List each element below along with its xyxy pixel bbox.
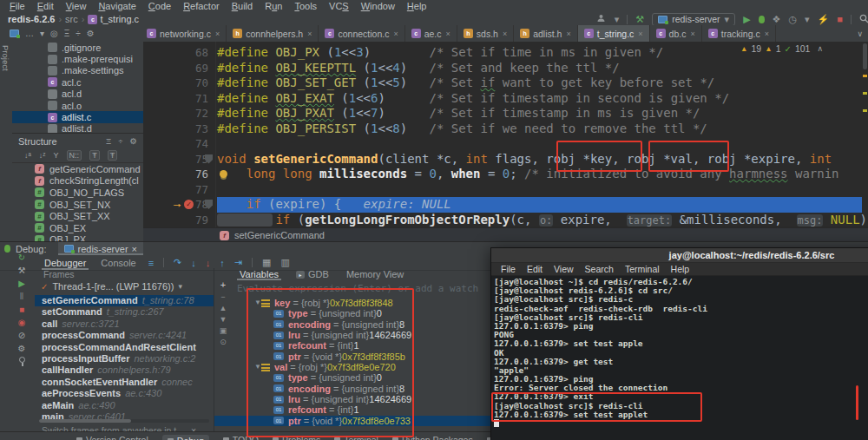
resume-icon[interactable]: ▶ bbox=[18, 279, 25, 288]
terminal-menu-terminal[interactable]: Terminal bbox=[625, 264, 660, 274]
view-breakpoints-icon[interactable]: ◉ bbox=[18, 318, 26, 327]
editor-tab-tracking.c[interactable]: ctracking.c× bbox=[702, 25, 776, 42]
statusbar-item-version-control[interactable]: Version Control bbox=[76, 435, 148, 440]
prev-problem-chevron-icon[interactable]: ∧ bbox=[817, 44, 823, 53]
menu-item-edit[interactable]: Edit bbox=[31, 0, 60, 13]
terminal-menu-view[interactable]: View bbox=[554, 264, 574, 274]
structure-item-getGenericCommand[interactable]: fgetGenericCommand bbox=[12, 163, 143, 175]
gutter-line-number[interactable]: 70 bbox=[143, 76, 208, 91]
frame-row[interactable]: processCommandAndResetClient bbox=[35, 342, 214, 353]
structure-item-OBJ_EX[interactable]: #OBJ_EX bbox=[12, 222, 143, 234]
editor-tab-connection.c[interactable]: cconnection.c× bbox=[319, 25, 404, 42]
menu-item-help[interactable]: Help bbox=[401, 0, 433, 13]
frames-scrollbar[interactable] bbox=[39, 419, 209, 423]
step-out-icon[interactable]: ↑ bbox=[220, 258, 225, 268]
collapse-all-icon[interactable]: Ξ bbox=[64, 29, 70, 38]
hidden-tabs-chevron-icon[interactable]: ∨ bbox=[857, 30, 868, 38]
menu-item-refactor[interactable]: Refactor bbox=[177, 0, 226, 13]
statusbar-item-debug[interactable]: Debug bbox=[162, 435, 209, 440]
project-tree-item-acl.o[interactable]: acl.o bbox=[12, 100, 143, 111]
menu-item-run[interactable]: Run bbox=[259, 0, 288, 13]
gutter-line-number[interactable]: 75 bbox=[143, 152, 208, 167]
menu-item-navigate[interactable]: Navigate bbox=[92, 0, 141, 13]
force-step-into-icon[interactable]: ↓ bbox=[206, 258, 211, 268]
structure-item-OBJ_SET_NX[interactable]: #OBJ_SET_NX bbox=[12, 199, 143, 211]
layout-settings-icon[interactable]: ▥ bbox=[280, 257, 289, 268]
tab-gdb[interactable]: ▸ GDB bbox=[293, 268, 332, 280]
statusbar-item-todo[interactable]: TODO bbox=[223, 435, 259, 440]
sort-visibility-icon[interactable]: ↓ᶻ bbox=[39, 151, 46, 160]
frame-row[interactable]: connSocketEventHandlerconnec bbox=[35, 377, 214, 388]
menu-item-window[interactable]: Window bbox=[355, 0, 401, 13]
tab-close-icon[interactable]: × bbox=[638, 30, 642, 38]
build-hammer-icon[interactable]: ⚒ bbox=[635, 14, 644, 24]
statusbar-item-terminal[interactable]: Terminal bbox=[334, 435, 378, 440]
evaluate-expression-icon[interactable]: ▦ bbox=[262, 257, 271, 268]
tab-close-icon[interactable]: × bbox=[690, 30, 694, 38]
frame-row[interactable]: processInputBuffernetworking.c:2 bbox=[35, 353, 214, 364]
editor-tab-ae.c[interactable]: cae.c× bbox=[405, 25, 457, 42]
step-into-icon[interactable]: ↓ bbox=[191, 258, 196, 268]
editor-tab-db.c[interactable]: cdb.c× bbox=[650, 25, 702, 42]
editor-tab-networking.c[interactable]: cnetworking.c× bbox=[141, 25, 227, 42]
debug-button[interactable] bbox=[759, 16, 765, 23]
structure-item-checkStringLength(cl[interactable]: fcheckStringLength(cl bbox=[12, 175, 143, 187]
terminal-menu-file[interactable]: File bbox=[501, 264, 516, 274]
intention-bulb-icon[interactable] bbox=[220, 170, 227, 178]
run-config-selector[interactable]: redis-server ▾ bbox=[652, 13, 735, 26]
terminal-menu-search[interactable]: Search bbox=[585, 264, 614, 274]
project-tree-item-.make-settings[interactable]: .make-settings bbox=[12, 65, 143, 76]
frame-row[interactable]: callHandlerconnhelpers.h:79 bbox=[35, 364, 214, 376]
gutter-line-number[interactable]: 72 bbox=[143, 106, 208, 121]
coverage-icon[interactable]: ❖ bbox=[773, 14, 781, 24]
scrollbar-thumb[interactable] bbox=[863, 43, 867, 69]
tab-close-icon[interactable]: × bbox=[765, 30, 769, 38]
tab-close-icon[interactable]: × bbox=[393, 30, 398, 38]
menu-item-build[interactable]: Build bbox=[226, 0, 259, 13]
breadcrumb-dir[interactable]: src bbox=[65, 14, 78, 24]
panel-settings-icon[interactable]: ⚙ bbox=[87, 29, 95, 38]
gutter-line-number[interactable]: 69 bbox=[143, 61, 208, 76]
collapse-all-icon[interactable]: Ξ bbox=[106, 136, 111, 146]
pause-icon[interactable]: Ⅱ bbox=[20, 292, 24, 301]
search-everywhere-icon[interactable] bbox=[859, 14, 868, 25]
mute-breakpoints-icon[interactable]: ⊘ bbox=[18, 331, 25, 340]
step-over-icon[interactable]: ↷ bbox=[174, 257, 181, 268]
tab-variables[interactable]: Variables bbox=[237, 268, 281, 280]
structure-item-OBJ_NO_FLAGS[interactable]: #OBJ_NO_FLAGS bbox=[12, 187, 143, 199]
menu-item-tools[interactable]: Tools bbox=[288, 0, 323, 13]
current-function[interactable]: setGenericCommand bbox=[234, 230, 325, 240]
editor-tab-t_string.c[interactable]: ct_string.c× bbox=[578, 25, 650, 42]
breadcrumb-project[interactable]: redis-6.2.6 bbox=[8, 14, 55, 24]
gutter-line-number[interactable]: 76 bbox=[143, 167, 208, 182]
menu-item-code[interactable]: Code bbox=[142, 0, 177, 13]
frame-row[interactable]: callserver.c:3721 bbox=[35, 319, 214, 330]
run-button[interactable]: ▶ bbox=[743, 14, 750, 24]
frame-row[interactable]: setCommandt_string.c:267 bbox=[35, 306, 214, 318]
profiler-icon[interactable]: ◷ bbox=[788, 14, 797, 24]
pin-top-icon[interactable]: Ŧ bbox=[89, 150, 100, 161]
terminal-window[interactable]: jay@localhost:~/redis/redis-6.2.6/src Fi… bbox=[490, 247, 868, 440]
rerun-icon[interactable]: ↻ bbox=[18, 253, 25, 262]
code-editor[interactable]: 686970717273747576777879 #define OBJ_PX … bbox=[143, 42, 868, 227]
project-tree-item-adlist.d[interactable]: adlist.d bbox=[12, 123, 143, 133]
expand-icon[interactable]: ÷ bbox=[118, 136, 122, 146]
tab-close-icon[interactable]: × bbox=[215, 30, 220, 38]
menu-item-file[interactable]: File bbox=[3, 0, 31, 13]
sort-alpha-icon[interactable]: ↓ᵃ bbox=[24, 151, 31, 160]
filter-icon[interactable]: Y bbox=[54, 151, 59, 160]
breadcrumb-file[interactable]: t_string.c bbox=[100, 14, 139, 24]
gutter-line-number[interactable]: 79 bbox=[143, 213, 208, 228]
project-tree-item-.gitignore[interactable]: .gitignore bbox=[12, 42, 143, 53]
tab-close-icon[interactable]: × bbox=[307, 30, 312, 38]
project-view-dropdown-icon[interactable]: ▾ bbox=[40, 29, 44, 38]
close-icon[interactable]: × bbox=[132, 244, 137, 254]
pin-tab-icon[interactable] bbox=[17, 357, 26, 366]
tab-memory-view[interactable]: Memory View bbox=[344, 268, 406, 280]
expand-chevron-icon[interactable]: ▼ bbox=[254, 362, 261, 372]
show-fields-icon[interactable]: N:: bbox=[67, 150, 82, 161]
tab-close-icon[interactable]: × bbox=[503, 30, 507, 38]
project-tree-item-adlist.c[interactable]: cadlist.c bbox=[12, 111, 143, 122]
more-icon[interactable]: … bbox=[25, 29, 34, 38]
frame-row[interactable]: setGenericCommandt_string.c:78 bbox=[35, 295, 214, 306]
